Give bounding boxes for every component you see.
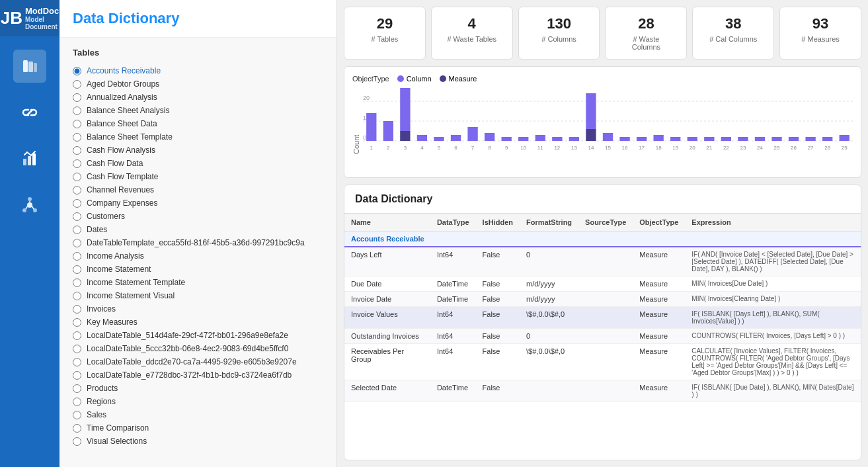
table-radio[interactable] [73,146,81,155]
table-item[interactable]: DateTableTemplate_ecca55fd-816f-45b5-a36… [73,236,323,249]
svg-rect-3 [23,159,26,165]
table-cell: Measure [633,329,685,344]
table-radio[interactable] [73,345,81,353]
table-radio[interactable] [73,278,81,287]
table-cell: CALCULATE( [Invoice Values], FILTER( Inv… [685,344,861,380]
table-label: LocalDateTable_ddcd2e70-ca7a-4495-929e-e… [87,357,297,366]
table-radio[interactable] [73,318,81,327]
table-item[interactable]: Cash Flow Template [73,170,323,183]
table-radio[interactable] [73,398,81,406]
table-item[interactable]: Dates [73,223,323,236]
table-label: Income Statement Template [87,278,185,287]
table-radio[interactable] [73,292,81,300]
svg-text:7: 7 [471,145,475,151]
table-radio[interactable] [73,226,81,234]
table-radio[interactable] [73,358,81,366]
table-item[interactable]: Balance Sheet Analysis [73,104,323,117]
table-radio[interactable] [73,67,81,75]
table-item[interactable]: Sales [73,408,323,421]
table-cell: m/d/yyyy [520,292,578,307]
table-radio[interactable] [73,80,81,89]
table-item[interactable]: Cash Flow Data [73,157,323,170]
table-radio[interactable] [73,106,81,115]
table-item[interactable]: LocalDateTable_514d4afe-29cf-472f-bb01-2… [73,329,323,342]
table-item[interactable]: Invoices [73,302,323,316]
table-radio[interactable] [73,120,81,128]
table-cell [578,344,633,380]
table-radio[interactable] [73,305,81,314]
table-radio[interactable] [73,239,81,247]
svg-text:6: 6 [454,145,457,151]
svg-line-11 [26,206,28,209]
table-item[interactable]: Accounts Receivable [73,64,323,77]
table-col-header: Name [344,214,430,232]
table-radio[interactable] [73,331,81,340]
sidebar-icon-link[interactable] [13,96,46,129]
table-radio[interactable] [73,173,81,181]
svg-text:27: 27 [808,145,814,151]
table-label: Products [87,384,118,393]
left-panel-title: Data Dictionary [73,10,323,27]
table-item[interactable]: Income Analysis [73,249,323,263]
table-radio[interactable] [73,93,81,102]
stat-number: 29 [358,15,412,32]
table-item[interactable]: Company Expenses [73,196,323,210]
table-label: Regions [87,397,116,406]
table-item[interactable]: LocalDateTable_ddcd2e70-ca7a-4495-929e-e… [73,355,323,368]
table-cell: False [476,344,520,380]
table-radio[interactable] [73,133,81,142]
table-item[interactable]: Cash Flow Analysis [73,144,323,157]
table-item[interactable]: Income Statement [73,263,323,276]
table-item[interactable]: Annualized Analysis [73,91,323,104]
table-body: Accounts ReceivableDays LeftInt64False0M… [344,232,861,402]
table-radio[interactable] [73,252,81,261]
table-radio[interactable] [73,424,81,433]
table-item[interactable]: Income Statement Template [73,276,323,289]
table-item[interactable]: LocalDateTable_5ccc32bb-06e8-4ec2-9083-6… [73,342,323,355]
table-radio[interactable] [73,384,81,393]
column-dot [397,75,404,82]
tables-list: Accounts ReceivableAged Debtor GroupsAnn… [73,64,323,448]
stat-label: # Waste Columns [619,35,673,51]
table-item[interactable]: Products [73,382,323,395]
table-item[interactable]: Aged Debtor Groups [73,77,323,91]
table-radio[interactable] [73,199,81,208]
table-radio[interactable] [73,212,81,221]
table-header-row: NameDataTypeIsHiddenFormatStringSourceTy… [344,214,861,232]
table-item[interactable]: Balance Sheet Data [73,117,323,130]
table-radio[interactable] [73,186,81,194]
table-item[interactable]: LocalDateTable_e7728dbc-372f-4b1b-bdc9-c… [73,368,323,382]
table-radio[interactable] [73,437,81,446]
table-item[interactable]: Regions [73,395,323,408]
sidebar-icon-chart[interactable] [13,142,46,175]
svg-text:28: 28 [824,145,830,151]
table-cell: MIN( Invoices[Clearing Date] ) [685,292,861,307]
svg-rect-32 [467,127,477,141]
table-cell: Receivables Per Group [344,344,430,380]
table-label: Income Statement Visual [87,291,175,300]
svg-rect-26 [417,135,427,141]
table-radio[interactable] [73,265,81,274]
table-cell: Invoice Values [344,307,430,329]
svg-rect-51 [619,137,629,141]
table-label: Balance Sheet Data [87,119,157,128]
objecttype-label: ObjectType [352,75,389,83]
table-radio[interactable] [73,411,81,419]
table-radio[interactable] [73,159,81,168]
table-item[interactable]: Balance Sheet Template [73,130,323,144]
table-radio[interactable] [73,371,81,380]
table-cell: Measure [633,307,685,329]
table-cell: Measure [633,344,685,380]
table-item[interactable]: Visual Selections [73,435,323,448]
chart-wrapper: Count 0102012345678910111213141516171819… [352,88,853,169]
sidebar-icon-network[interactable] [13,189,46,222]
table-item[interactable]: Customers [73,210,323,223]
table-cell [578,247,633,276]
table-item[interactable]: Key Measures [73,316,323,329]
sidebar-icon-books[interactable] [13,50,46,83]
svg-text:16: 16 [622,145,628,151]
table-item[interactable]: Time Comparison [73,421,323,435]
table-item[interactable]: Income Statement Visual [73,289,323,302]
table-label: Dates [87,225,107,234]
table-item[interactable]: Channel Revenues [73,183,323,196]
